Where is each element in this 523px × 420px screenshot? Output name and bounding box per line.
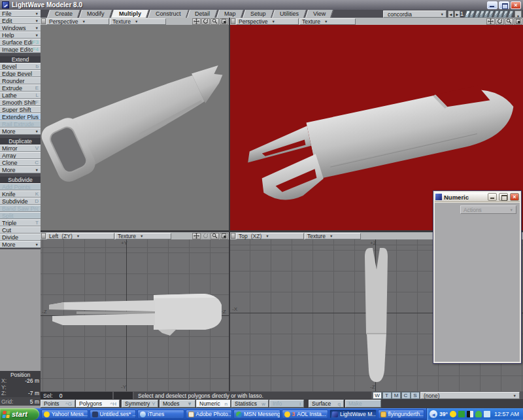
mail-tray-icon[interactable] xyxy=(484,411,490,417)
rotate-icon[interactable] xyxy=(496,18,504,25)
tab-map[interactable]: Map xyxy=(216,10,243,18)
task-adobe-photoshop[interactable]: Adobe Photo... xyxy=(186,410,233,419)
vmap-selector-dropdown[interactable]: (none) ▼ xyxy=(420,392,520,399)
menu-file[interactable]: File▼ xyxy=(0,10,41,17)
zoom-icon[interactable] xyxy=(505,18,513,25)
tool-extender-plus[interactable]: Extender Plus xyxy=(0,113,41,120)
pan-icon[interactable] xyxy=(192,233,201,239)
tool-mirror[interactable]: MirrorV xyxy=(0,145,41,152)
statistics-panel-button[interactable]: Statisticsw xyxy=(231,400,269,408)
tool-divide[interactable]: Divide xyxy=(0,234,41,241)
tool-edge-bevel[interactable]: Edge Bevel xyxy=(0,70,41,77)
tool-subdivide[interactable]: SubdivideD xyxy=(0,198,41,205)
tool-cut[interactable]: Cut xyxy=(0,226,41,234)
modes-menu-button[interactable]: Modes▼ xyxy=(160,400,195,408)
task-lightwave-modeler[interactable]: LightWave M... xyxy=(329,410,377,419)
duplicate-more-menu[interactable]: More▼ xyxy=(0,166,41,173)
render-mode-dropdown[interactable]: Texture▼ xyxy=(115,233,171,239)
layer-bank-next-button[interactable]: ▶ xyxy=(454,10,460,18)
menu-help[interactable]: Help▼ xyxy=(0,31,41,39)
points-mode-button[interactable]: Points^G xyxy=(41,400,75,408)
tab-utilities[interactable]: Utilities xyxy=(272,10,307,18)
symmetry-button[interactable]: SymmetryY xyxy=(122,400,158,408)
tool-rounder[interactable]: Rounder xyxy=(0,77,41,84)
extend-more-menu[interactable]: More▼ xyxy=(0,128,41,135)
menu-windows[interactable]: Windows▼ xyxy=(0,24,41,31)
tab-modify[interactable]: Modify xyxy=(79,10,112,18)
render-mode-dropdown[interactable]: Texture▼ xyxy=(299,18,356,25)
layer-list-dropdown[interactable]: ▼ xyxy=(515,10,522,18)
tool-knife[interactable]: KnifeK xyxy=(0,190,41,198)
tab-view[interactable]: View xyxy=(305,10,333,18)
viewport-grip[interactable] xyxy=(41,233,46,239)
task-untitled-ses[interactable]: Untitled.ses* ... xyxy=(90,410,137,419)
layer-button-10[interactable] xyxy=(507,10,514,18)
window-restore-button[interactable] xyxy=(499,1,509,9)
image-editor-button[interactable]: Image EditorF4 xyxy=(0,46,41,53)
viewport-grip[interactable] xyxy=(231,18,235,24)
aim-tray-icon[interactable] xyxy=(450,411,456,417)
tool-clone[interactable]: CloneC xyxy=(0,159,41,166)
hide-icons-chevron[interactable]: ◀ xyxy=(430,410,437,418)
panel-close-button[interactable]: × xyxy=(510,193,519,201)
window-close-button[interactable]: × xyxy=(511,1,521,9)
tool-bevel[interactable]: Bevelb xyxy=(0,63,41,70)
tool-triple[interactable]: TripleT xyxy=(0,219,41,226)
object-selector-dropdown[interactable]: concordia ▼ xyxy=(383,10,447,18)
viewport-left-ortho[interactable]: +Y -Y -Z +Z xyxy=(41,239,229,391)
layer-bank-prev-button[interactable]: ◀ xyxy=(448,10,454,18)
task-yahoo-messenger[interactable]: Yahoo! Mess... xyxy=(41,410,88,419)
vmap-morph-button[interactable]: M xyxy=(392,392,401,399)
surface-editor-button[interactable]: Surface EditorF3 xyxy=(0,39,41,46)
maximize-viewport-icon[interactable] xyxy=(220,233,228,239)
tool-extrude[interactable]: ExtrudeE xyxy=(0,84,41,92)
viewport-grip[interactable] xyxy=(41,18,46,24)
zoom-icon[interactable] xyxy=(211,233,219,239)
tool-super-shift[interactable]: Super Shift xyxy=(0,106,41,113)
pan-icon[interactable] xyxy=(192,18,201,25)
maximize-viewport-icon[interactable] xyxy=(514,18,522,25)
pan-icon[interactable] xyxy=(486,18,495,25)
task-aol-instant-messenger[interactable]: 3AOL Insta...▼ xyxy=(282,410,329,419)
tab-detail[interactable]: Detail xyxy=(187,10,218,18)
vmap-color-button[interactable]: C xyxy=(401,392,411,399)
tool-lathe[interactable]: LatheL xyxy=(0,92,41,99)
subdivide-more-menu[interactable]: More▼ xyxy=(0,241,41,248)
tool-smooth-shift[interactable]: Smooth ShiftF xyxy=(0,99,41,106)
viewport-perspective-left[interactable] xyxy=(41,25,229,230)
vmap-weight-button[interactable]: W xyxy=(373,392,382,399)
surface-button[interactable]: Surfaceq xyxy=(309,400,344,408)
vmap-texture-button[interactable]: T xyxy=(382,392,392,399)
app-tray-icon-mono[interactable] xyxy=(467,411,473,417)
panel-minimize-button[interactable] xyxy=(488,193,497,201)
panel-restore-button[interactable] xyxy=(499,193,508,201)
view-type-dropdown[interactable]: Top(XZ)▼ xyxy=(236,233,304,239)
render-mode-dropdown[interactable]: Texture▼ xyxy=(305,233,361,239)
numeric-panel-titlebar[interactable]: Numeric × xyxy=(435,192,520,202)
messenger-tray-icon[interactable] xyxy=(475,411,482,417)
tab-setup[interactable]: Setup xyxy=(243,10,273,18)
tool-array[interactable]: Array xyxy=(0,152,41,159)
tab-create[interactable]: Create xyxy=(47,10,80,18)
view-type-dropdown[interactable]: Left(ZY)▼ xyxy=(46,233,114,239)
polygons-mode-button[interactable]: Polygons^H xyxy=(76,400,120,408)
render-mode-dropdown[interactable]: Texture▼ xyxy=(110,18,166,25)
app-tray-icon-green[interactable] xyxy=(458,411,465,417)
task-msn-messenger[interactable]: MSN Messenger xyxy=(233,410,280,419)
numeric-panel-button[interactable]: Numericn xyxy=(196,400,231,408)
task-itunes[interactable]: iTunes xyxy=(137,410,184,419)
tab-multiply[interactable]: Multiply xyxy=(111,10,149,18)
viewport-grip[interactable] xyxy=(231,233,235,239)
rotate-icon[interactable] xyxy=(201,18,210,25)
vmap-selection-button[interactable]: S xyxy=(411,392,420,399)
menu-edit[interactable]: Edit▼ xyxy=(0,17,41,24)
zoom-icon[interactable] xyxy=(211,18,219,25)
start-button[interactable]: start xyxy=(0,408,39,420)
task-flyingunder-folder[interactable]: flyingunderth... xyxy=(378,410,425,419)
view-type-dropdown[interactable]: Perspective▼ xyxy=(46,18,109,25)
tab-construct[interactable]: Construct xyxy=(148,10,188,18)
view-type-dropdown[interactable]: Perspective▼ xyxy=(236,18,299,25)
maximize-viewport-icon[interactable] xyxy=(220,18,228,25)
window-minimize-button[interactable] xyxy=(487,1,498,9)
viewport-splitter-vertical[interactable] xyxy=(229,18,230,391)
